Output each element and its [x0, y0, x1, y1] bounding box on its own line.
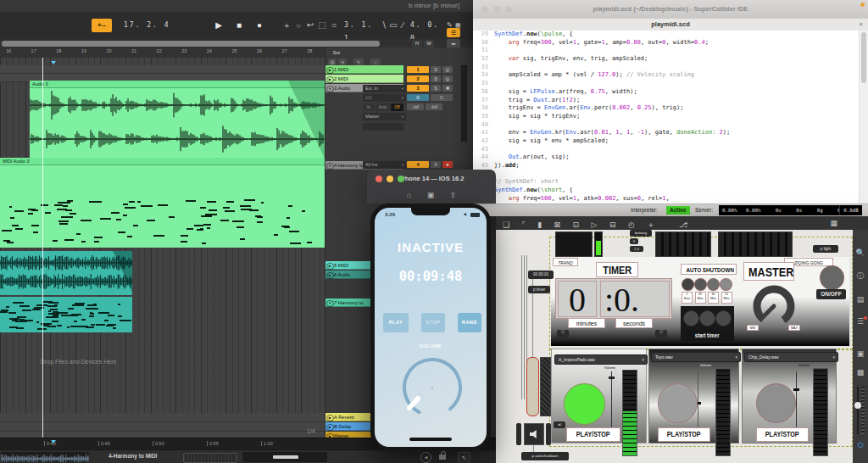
start-circle-1[interactable]: [683, 310, 699, 326]
clip-overview-thumb[interactable]: [1, 452, 89, 462]
maximize-traffic-light[interactable]: [505, 6, 512, 13]
share-icon[interactable]: ⇪: [450, 191, 457, 199]
level-meter-green[interactable]: [594, 232, 603, 257]
pencil-icon[interactable]: ✎: [353, 59, 364, 65]
track3-monitor[interactable]: ✱: [442, 85, 453, 92]
track-activator[interactable]: ▶: [326, 76, 334, 84]
scope-panel-2[interactable]: [655, 232, 711, 257]
track-header-1[interactable]: ▶1 MIDI: [326, 65, 403, 74]
input-type-chooser[interactable]: All Ins▼: [363, 161, 406, 169]
simulator-titlebar[interactable]: iPhone 14 — iOS 16.2: [367, 170, 496, 188]
clip-teal-audio[interactable]: [0, 251, 132, 295]
grid-value[interactable]: 1/4: [307, 428, 315, 434]
preview-button[interactable]: ◀: [420, 452, 431, 463]
home-indicator[interactable]: [409, 438, 452, 441]
inspector-icon[interactable]: ⓘ: [853, 271, 868, 282]
input-type-chooser[interactable]: Ext. In▼: [363, 85, 406, 92]
speaker-button[interactable]: [524, 423, 544, 445]
playstop-circle[interactable]: [658, 383, 698, 423]
sc-titlebar[interactable]: playmidi.scd (~/Desktop/music) - SuperCo…: [473, 0, 868, 20]
track1-number[interactable]: 1: [407, 66, 429, 73]
cursor-box[interactable]: ↖: [458, 452, 470, 463]
p-light-box[interactable]: p light: [813, 245, 838, 253]
shutdown-button-2[interactable]: [694, 278, 707, 291]
message-box-icon[interactable]: ▷: [592, 220, 598, 229]
playstop-label[interactable]: PLAY/STOP: [566, 427, 620, 442]
presentation-icon[interactable]: ⎇: [679, 220, 687, 229]
track2-solo[interactable]: S: [431, 75, 441, 82]
loop-start-field[interactable]: 3. 1. 1: [344, 19, 378, 32]
track1-arm[interactable]: ◎: [442, 66, 453, 73]
track3-number[interactable]: 3: [407, 85, 429, 92]
countdown-box[interactable]: 00:00:10: [528, 271, 554, 279]
slider-handle[interactable]: [609, 377, 615, 379]
shutdown-button-1[interactable]: [682, 278, 694, 291]
follow-button[interactable]: +--: [92, 19, 112, 32]
track4-arm[interactable]: ●: [442, 161, 453, 168]
track-activator[interactable]: ▼: [326, 300, 334, 308]
server-stats[interactable]: 0.00% 0.00% 0u 0s 0g 0d: [719, 205, 843, 215]
slider-handle[interactable]: [793, 388, 799, 391]
input-channel-chooser[interactable]: 1/2▼: [363, 94, 406, 102]
shutdown-option-label[interactable]: 30 Mins: [708, 292, 719, 304]
maximize-traffic-light[interactable]: [398, 176, 404, 182]
track4-number[interactable]: 4: [407, 161, 429, 168]
columns-icon[interactable]: ▤: [853, 295, 868, 304]
loop-toggle-icon[interactable]: ○: [327, 19, 341, 32]
punch-in-icon[interactable]: ∖: [380, 19, 388, 32]
track3-send-b[interactable]: -inf: [426, 103, 442, 110]
lane-track1[interactable]: [0, 65, 325, 74]
sc-code[interactable]: 29SynthDef.new(\pulse, {30 arg freq=300,…: [473, 31, 860, 204]
close-traffic-light[interactable]: [481, 6, 488, 13]
track1-solo[interactable]: S: [431, 66, 441, 73]
scope-panel-1[interactable]: [555, 232, 593, 257]
lock-envelope-icon[interactable]: ⌂: [370, 59, 381, 65]
overview-bar[interactable]: [2, 41, 380, 47]
monitor-auto-button[interactable]: Auto: [376, 103, 390, 111]
max-canvas[interactable]: battang 0 1-0 p light TRANQ ZIQING GONG …: [496, 230, 853, 463]
playstop-circle[interactable]: [756, 383, 796, 423]
track-activator[interactable]: ▶: [326, 263, 334, 271]
close-traffic-light[interactable]: [376, 176, 382, 182]
playstop-label[interactable]: PLAY/STOP: [756, 427, 809, 442]
seconds-numberbox[interactable]: :0.: [600, 281, 670, 317]
track-activator[interactable]: ▼: [326, 86, 334, 93]
tall-slider-box[interactable]: [526, 357, 539, 416]
monitor-off-button[interactable]: Off: [391, 103, 403, 111]
track3-solo[interactable]: S: [431, 85, 441, 92]
grid-toggle-icon[interactable]: ▦: [830, 216, 837, 230]
battang-box[interactable]: battang: [630, 230, 652, 237]
track3-send-a[interactable]: -inf: [407, 103, 424, 110]
sidebar-volume-slider[interactable]: [853, 387, 868, 434]
track3-pan[interactable]: C: [431, 94, 453, 101]
monitor-in-button[interactable]: In: [363, 103, 375, 111]
clip-audio3[interactable]: Audio 3: [30, 81, 325, 158]
track-activator[interactable]: ▶: [326, 272, 334, 280]
console-icon[interactable]: ☰: [853, 317, 868, 326]
stop-button[interactable]: ■: [232, 19, 246, 32]
zoom-in-icon[interactable]: ⨁: [328, 59, 337, 65]
lane-return-a[interactable]: [0, 413, 325, 422]
patcher-icon[interactable]: ⌜: [522, 220, 526, 229]
tranq-label[interactable]: TRANQ: [553, 258, 578, 266]
shutdown-option-label[interactable]: 15 Mins: [721, 292, 732, 304]
playhead[interactable]: [42, 58, 43, 438]
play-button[interactable]: ▶: [212, 19, 225, 32]
shutdown-button-4[interactable]: [720, 278, 732, 291]
routing-spare-box[interactable]: [363, 123, 403, 131]
volume-knob[interactable]: [398, 354, 466, 421]
add-object-icon[interactable]: ＋: [647, 220, 654, 229]
io-box[interactable]: 1-0: [630, 246, 643, 252]
start-circle-2[interactable]: [699, 310, 715, 326]
timer-util-box[interactable]: ◯: [557, 330, 569, 340]
track4-solo[interactable]: S: [431, 161, 441, 168]
set-button[interactable]: Set: [328, 49, 345, 57]
playstop-label[interactable]: PLAY/STOP: [658, 427, 710, 442]
minimize-traffic-light[interactable]: [387, 176, 393, 182]
mixer-icon[interactable]: ▩: [853, 368, 868, 377]
object-box-icon[interactable]: ⊡: [573, 220, 580, 229]
stop-button[interactable]: STOP: [421, 313, 445, 332]
window-icon[interactable]: ❑: [503, 220, 509, 229]
master-knob[interactable]: [750, 282, 798, 330]
start-circle-3[interactable]: [715, 310, 732, 326]
